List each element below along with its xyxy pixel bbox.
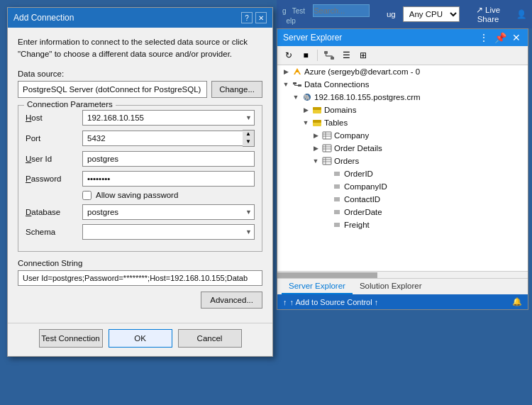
schema-dropdown[interactable]: ▼: [82, 224, 255, 240]
tree-node-icon: [321, 143, 333, 154]
se-separator-1: [317, 50, 318, 61]
close-button[interactable]: ✕: [255, 12, 267, 23]
test-connection-button[interactable]: Test Connection: [39, 329, 103, 348]
notification-bell-icon[interactable]: 🔔: [512, 297, 522, 306]
se-pin-button[interactable]: ⋮: [477, 32, 490, 43]
se-new-conn-btn[interactable]: [322, 48, 336, 62]
database-dropdown[interactable]: postgres ▼: [82, 204, 255, 220]
allow-saving-label[interactable]: Allow saving password: [96, 191, 178, 199]
password-row: Password: [26, 171, 255, 187]
ide-menu-items: g Test elp: [282, 4, 372, 25]
allow-saving-checkbox[interactable]: [82, 191, 92, 200]
conn-string-label: Connection String: [18, 259, 262, 267]
userid-input[interactable]: [82, 151, 255, 167]
tree-item[interactable]: OrderID: [277, 167, 528, 180]
tree-item[interactable]: OrderDate: [277, 206, 528, 218]
port-up-btn[interactable]: ▲: [243, 131, 254, 138]
se-filter-btn[interactable]: ☰: [339, 48, 353, 62]
advanced-button[interactable]: Advanced...: [201, 292, 262, 309]
svg-rect-20: [323, 145, 331, 152]
se-pin-icon[interactable]: 📌: [493, 32, 508, 43]
se-tab-server-explorer[interactable]: Server Explorer: [282, 279, 353, 294]
host-label: Host: [26, 113, 82, 122]
cancel-button[interactable]: Cancel: [178, 329, 242, 348]
tree-expand-icon[interactable]: [320, 206, 331, 218]
dialog-description: Enter information to connect to the sele…: [18, 36, 262, 61]
advanced-row: Advanced...: [18, 292, 262, 309]
tree-expand-icon[interactable]: ▶: [280, 66, 292, 77]
tree-expand-icon[interactable]: [320, 219, 331, 231]
svg-text:🐘: 🐘: [304, 94, 311, 101]
tree-node-icon: [331, 194, 343, 205]
tree-node-icon: [331, 206, 343, 218]
tree-node-label: 192.168.10.155.postgres.crm: [314, 93, 421, 101]
dialog-titlebar: Add Connection ? ✕: [8, 8, 272, 28]
host-select[interactable]: 192.168.10.155: [82, 110, 255, 126]
se-close-button[interactable]: ✕: [511, 32, 522, 43]
tree-item[interactable]: ▼Orders: [277, 155, 528, 167]
se-horizontal-scrollbar[interactable]: [277, 271, 528, 278]
svg-rect-15: [313, 120, 321, 123]
search-input[interactable]: [313, 4, 370, 17]
cpu-dropdown[interactable]: Any CPU: [403, 6, 460, 22]
se-titlebar: Server Explorer ⋮ 📌 ✕: [277, 29, 528, 46]
tree-item[interactable]: ▶Order Details: [277, 142, 528, 155]
toolbar-separator: ug: [379, 10, 395, 18]
profile-button[interactable]: 👤: [516, 9, 526, 19]
tree-expand-icon[interactable]: [320, 168, 331, 179]
tree-expand-icon[interactable]: ▼: [310, 155, 321, 167]
tree-expand-icon[interactable]: ▼: [300, 117, 311, 128]
titlebar-controls: ? ✕: [241, 12, 267, 23]
svg-rect-5: [293, 82, 297, 84]
port-input[interactable]: [82, 131, 243, 146]
schema-select[interactable]: [82, 224, 255, 240]
se-tree[interactable]: ▶Azure (sergeyb@devart.com - 0▼Data Conn…: [277, 65, 528, 271]
tree-item[interactable]: ▼🐘192.168.10.155.postgres.crm: [277, 91, 528, 104]
ok-button[interactable]: OK: [109, 329, 172, 348]
tree-item[interactable]: ▶Company: [277, 129, 528, 142]
tree-node-label: Freight: [344, 221, 370, 229]
se-title: Server Explorer: [283, 33, 342, 43]
tree-expand-icon[interactable]: [320, 181, 331, 192]
se-toolbar: ↻ ■ ☰ ⊞: [277, 46, 528, 65]
tree-expand-icon[interactable]: ▶: [310, 143, 321, 154]
port-spin: ▲ ▼: [243, 130, 255, 147]
dialog-footer: Test Connection OK Cancel: [8, 323, 272, 356]
data-source-input[interactable]: [18, 81, 207, 98]
schema-label: Schema: [26, 228, 82, 236]
tree-node-label: OrderDate: [344, 208, 382, 216]
tree-expand-icon[interactable]: ▶: [310, 130, 321, 141]
add-source-label: ↑ Add to Source Control ↑: [290, 298, 379, 306]
add-source-icon: ↑: [283, 298, 287, 306]
server-explorer-panel: Server Explorer ⋮ 📌 ✕ ↻ ■ ☰ ⊞ ▶Azure (se…: [277, 28, 528, 310]
tree-expand-icon[interactable]: ▼: [280, 79, 292, 90]
port-down-btn[interactable]: ▼: [243, 138, 254, 146]
tree-item[interactable]: Freight: [277, 218, 528, 231]
se-extra-btn[interactable]: ⊞: [356, 48, 370, 62]
se-refresh-btn[interactable]: ↻: [282, 48, 296, 62]
tree-expand-icon[interactable]: ▼: [290, 91, 301, 103]
data-source-row: Change...: [18, 81, 262, 98]
se-add-to-source[interactable]: ↑ ↑ Add to Source Control ↑: [283, 298, 378, 306]
se-stop-btn[interactable]: ■: [299, 48, 313, 62]
tree-item[interactable]: ContactID: [277, 193, 528, 206]
se-tab-solution-explorer[interactable]: Solution Explorer: [353, 279, 429, 294]
database-select[interactable]: postgres: [82, 204, 255, 220]
tree-item[interactable]: ▼Data Connections: [277, 78, 528, 91]
tree-expand-icon[interactable]: ▶: [300, 104, 311, 116]
help-button[interactable]: ?: [241, 12, 253, 23]
host-dropdown[interactable]: 192.168.10.155 ▼: [82, 110, 255, 126]
conn-string-input[interactable]: [18, 270, 262, 286]
tree-item[interactable]: ▼Tables: [277, 116, 528, 129]
change-button[interactable]: Change...: [211, 81, 262, 98]
se-statusbar: ↑ ↑ Add to Source Control ↑ 🔔: [277, 294, 528, 309]
password-input[interactable]: [82, 171, 255, 187]
tree-item[interactable]: ▶Domains: [277, 104, 528, 116]
live-share-button[interactable]: ↗ Live Share: [467, 5, 509, 23]
allow-saving-row: Allow saving password: [82, 191, 255, 200]
tree-node-label: Orders: [334, 157, 359, 165]
port-label: Port: [26, 134, 82, 143]
tree-item[interactable]: ▶Azure (sergeyb@devart.com - 0: [277, 65, 528, 78]
tree-expand-icon[interactable]: [320, 194, 331, 205]
tree-item[interactable]: CompanyID: [277, 180, 528, 193]
